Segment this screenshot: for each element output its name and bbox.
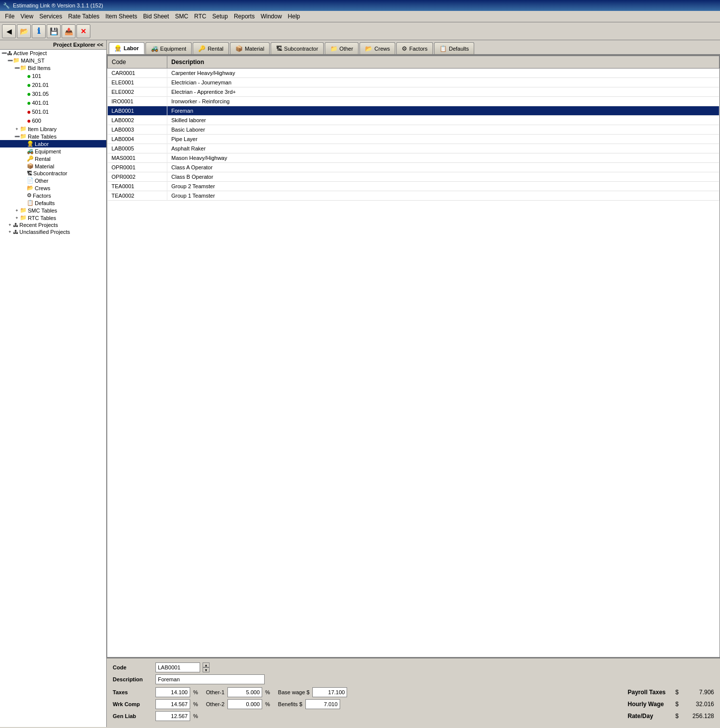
expander-icon[interactable]: + <box>14 216 20 220</box>
menu-help[interactable]: Help <box>285 12 303 21</box>
info-button[interactable]: ℹ <box>32 24 46 38</box>
sidebar-item-20101[interactable]: ● 201.01 <box>0 80 106 89</box>
sidebar-item-bid-items[interactable]: ➖ 📁 Bid Items <box>0 64 106 72</box>
expander-icon[interactable]: ➖ <box>14 134 20 139</box>
row-code: TEA0002 <box>108 191 167 201</box>
hourly-wage-dollar: $ <box>675 701 681 708</box>
expander-icon[interactable]: ➖ <box>1 51 7 56</box>
expander-icon[interactable]: + <box>7 229 13 234</box>
tab-material[interactable]: 📦 Material <box>230 42 270 54</box>
sidebar-item-50101[interactable]: ● 501.01 <box>0 107 106 116</box>
code-input[interactable] <box>155 662 200 672</box>
export-button[interactable]: 📤 <box>62 24 75 38</box>
sidebar-item-label: Recent Projects <box>19 222 58 228</box>
base-wage-input[interactable] <box>312 687 347 697</box>
sidebar-item-labor[interactable]: 👷 Labor <box>0 140 106 147</box>
gen-liab-input[interactable] <box>155 711 190 721</box>
wrk-comp-input[interactable] <box>155 699 190 709</box>
table-row[interactable]: LAB0003 Basic Laborer <box>108 125 720 135</box>
close-button[interactable]: ✕ <box>76 24 90 38</box>
table-row[interactable]: OPR0001 Class A Operator <box>108 163 720 172</box>
table-row[interactable]: ELE0002 Electrian - Apprentice 3rd+ <box>108 87 720 97</box>
back-button[interactable]: ◀ <box>2 24 16 38</box>
sidebar-item-active-project[interactable]: ➖ 🖧 Active Project <box>0 50 106 57</box>
sidebar-item-label: Item Library <box>28 126 57 132</box>
sidebar-item-item-library[interactable]: + 📁 Item Library <box>0 125 106 133</box>
taxes-input[interactable] <box>155 687 190 697</box>
tab-equipment[interactable]: 🚜 Equipment <box>145 42 192 54</box>
table-row[interactable]: TEA0002 Group 1 Teamster <box>108 191 720 201</box>
menu-item-sheets[interactable]: Item Sheets <box>102 12 140 21</box>
table-row[interactable]: ELE0001 Electrician - Journeyman <box>108 78 720 87</box>
form-row-code: Code ▲ ▼ <box>113 662 714 672</box>
table-row[interactable]: LAB0002 Skilled laborer <box>108 116 720 125</box>
sidebar-item-other[interactable]: 📄 Other <box>0 177 106 184</box>
expander-icon[interactable]: ➖ <box>14 66 20 71</box>
menu-view[interactable]: View <box>17 12 36 21</box>
sidebar-item-recent-projects[interactable]: + 🖧 Recent Projects <box>0 221 106 228</box>
table-row[interactable]: MAS0001 Mason Heavy/Highway <box>108 153 720 163</box>
menu-rtc[interactable]: RTC <box>191 12 209 21</box>
sidebar-item-material[interactable]: 📦 Material <box>0 162 106 170</box>
table-row[interactable]: OPR0002 Class B Operator <box>108 172 720 182</box>
sidebar-item-rate-tables[interactable]: ➖ 📁 Rate Tables <box>0 133 106 140</box>
sidebar-item-600[interactable]: ● 600 <box>0 116 106 125</box>
tab-subcontractor[interactable]: 🏗 Subcontractor <box>271 42 323 54</box>
description-input[interactable] <box>155 674 265 684</box>
menu-reports[interactable]: Reports <box>231 12 258 21</box>
sidebar-item-label: Active Project <box>13 50 47 56</box>
tab-factors[interactable]: ⚙ Factors <box>396 42 433 54</box>
menu-smc[interactable]: SMC <box>172 12 191 21</box>
benefits-input[interactable] <box>305 699 340 709</box>
wrk-comp-label: Wrk Comp <box>113 701 152 707</box>
sidebar-item-smc-tables[interactable]: + 📁 SMC Tables <box>0 207 106 214</box>
menu-bid-sheet[interactable]: Bid Sheet <box>140 12 172 21</box>
status-icon: ● <box>27 99 31 107</box>
sidebar-item-label: 401.01 <box>32 100 49 106</box>
menu-rate-tables[interactable]: Rate Tables <box>65 12 102 21</box>
sidebar-item-defaults[interactable]: 📋 Defaults <box>0 199 106 207</box>
sidebar-item-subcontractor[interactable]: 🏗 Subcontractor <box>0 170 106 177</box>
table-row[interactable]: TEA0001 Group 2 Teamster <box>108 182 720 191</box>
sidebar-item-40101[interactable]: ● 401.01 <box>0 98 106 107</box>
menu-file[interactable]: File <box>2 12 17 21</box>
tab-crews-label: Crews <box>374 46 390 52</box>
save-button[interactable]: 💾 <box>47 24 61 38</box>
sidebar-item-30105[interactable]: ● 301.05 <box>0 89 106 98</box>
sidebar-item-label: Unclassified Projects <box>19 229 70 235</box>
tab-crews[interactable]: 📂 Crews <box>360 42 395 54</box>
tab-labor[interactable]: 👷 Labor <box>109 42 144 54</box>
tab-other[interactable]: 📁 Other <box>325 42 359 54</box>
open-folder-button[interactable]: 📂 <box>17 24 31 38</box>
menu-setup[interactable]: Setup <box>210 12 231 21</box>
table-row[interactable]: IRO0001 Ironworker - Reinforcing <box>108 97 720 106</box>
tab-rental[interactable]: 🔑 Rental <box>193 42 229 54</box>
row-code: LAB0004 <box>108 135 167 144</box>
labor-icon: 👷 <box>27 141 34 147</box>
sidebar-item-rental[interactable]: 🔑 Rental <box>0 155 106 162</box>
code-spin-up[interactable]: ▲ <box>203 662 210 667</box>
menu-window[interactable]: Window <box>258 12 285 21</box>
sidebar-item-main-st[interactable]: ➖ 📁 MAIN_ST <box>0 57 106 64</box>
sidebar-item-unclassified-projects[interactable]: + 🖧 Unclassified Projects <box>0 228 106 235</box>
sidebar-item-rtc-tables[interactable]: + 📁 RTC Tables <box>0 214 106 221</box>
tab-defaults[interactable]: 📋 Defaults <box>434 42 474 54</box>
sidebar-item-crews[interactable]: 📂 Crews <box>0 184 106 192</box>
other1-input[interactable] <box>227 687 262 697</box>
table-row[interactable]: LAB0005 Asphalt Raker <box>108 144 720 153</box>
expander-icon[interactable]: + <box>14 208 20 213</box>
other2-label: Other-2 <box>206 701 224 707</box>
menu-services[interactable]: Services <box>36 12 65 21</box>
expander-icon[interactable]: + <box>14 127 20 132</box>
table-row[interactable]: LAB0001 Foreman <box>108 106 720 116</box>
sidebar-item-101[interactable]: ● 101 <box>0 72 106 80</box>
sidebar-item-factors[interactable]: ⚙ Factors <box>0 192 106 199</box>
expander-icon[interactable]: ➖ <box>7 58 13 63</box>
expander-icon[interactable]: + <box>7 222 13 227</box>
table-row[interactable]: LAB0004 Pipe Layer <box>108 135 720 144</box>
other2-input[interactable] <box>227 699 262 709</box>
sidebar-item-equipment[interactable]: 🚜 Equipment <box>0 147 106 155</box>
table-row[interactable]: CAR0001 Carpenter Heavy/Highway <box>108 69 720 78</box>
code-spin-down[interactable]: ▼ <box>203 667 210 672</box>
expander-icon <box>21 82 27 87</box>
